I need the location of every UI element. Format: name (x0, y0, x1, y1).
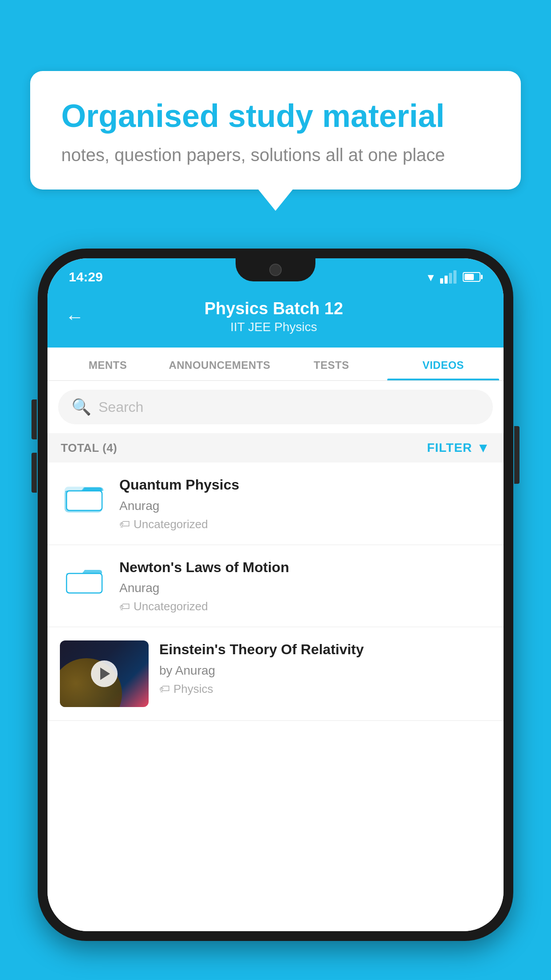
video-tag-1: 🏷 Uncategorized (119, 518, 491, 531)
video-title-3: Einstein's Theory Of Relativity (159, 640, 491, 659)
tab-tests[interactable]: TESTS (276, 348, 387, 380)
power-button (514, 426, 520, 484)
filter-button[interactable]: FILTER ▼ (427, 440, 490, 455)
play-button-3[interactable] (91, 660, 118, 687)
video-author-3: by Anurag (159, 664, 491, 678)
tag-icon-3: 🏷 (159, 683, 170, 695)
video-author-1: Anurag (119, 499, 491, 513)
search-bar[interactable]: 🔍 Search (58, 390, 493, 424)
tag-icon-2: 🏷 (119, 601, 130, 613)
tab-ments[interactable]: MENTS (52, 348, 164, 380)
search-icon: 🔍 (71, 398, 91, 416)
svg-rect-2 (67, 491, 102, 510)
total-count: TOTAL (4) (61, 441, 117, 455)
volume-up-button (31, 399, 37, 439)
tab-videos[interactable]: VIDEOS (387, 348, 499, 380)
signal-icon (440, 270, 457, 284)
status-time: 14:29 (69, 269, 103, 285)
status-icons: ▾ (428, 270, 480, 285)
list-item[interactable]: Einstein's Theory Of Relativity by Anura… (47, 627, 504, 721)
header-title: Physics Batch 12 (94, 299, 453, 318)
tag-text-3: Physics (173, 682, 213, 696)
tab-announcements[interactable]: ANNOUNCEMENTS (164, 348, 276, 380)
video-info-2: Newton's Laws of Motion Anurag 🏷 Uncateg… (119, 558, 491, 614)
wifi-icon: ▾ (428, 270, 434, 285)
notch (236, 258, 315, 281)
svg-rect-3 (67, 573, 102, 593)
speech-bubble: Organised study material notes, question… (30, 71, 521, 190)
phone-outer: 14:29 ▾ ← Phys (38, 249, 513, 941)
list-item[interactable]: Newton's Laws of Motion Anurag 🏷 Uncateg… (47, 545, 504, 628)
search-container: 🔍 Search (47, 381, 504, 433)
video-info-3: Einstein's Theory Of Relativity by Anura… (159, 640, 491, 696)
phone-wrapper: 14:29 ▾ ← Phys (38, 249, 513, 980)
phone-screen: 14:29 ▾ ← Phys (47, 258, 504, 931)
app-header: ← Physics Batch 12 IIT JEE Physics (47, 290, 504, 348)
video-info-1: Quantum Physics Anurag 🏷 Uncategorized (119, 476, 491, 531)
volume-down-button (31, 453, 37, 493)
tag-icon-1: 🏷 (119, 518, 130, 530)
camera-dot (269, 264, 282, 276)
video-tag-2: 🏷 Uncategorized (119, 600, 491, 613)
battery-icon (463, 272, 480, 282)
filter-label: FILTER (427, 441, 472, 455)
video-title-1: Quantum Physics (119, 476, 491, 494)
header-title-area: Physics Batch 12 IIT JEE Physics (94, 299, 453, 334)
play-triangle-icon (100, 668, 110, 680)
header-subtitle: IIT JEE Physics (94, 320, 453, 334)
list-item[interactable]: Quantum Physics Anurag 🏷 Uncategorized (47, 462, 504, 545)
video-thumbnail-3 (60, 640, 149, 707)
video-tag-3: 🏷 Physics (159, 682, 491, 696)
bubble-subtitle: notes, question papers, solutions all at… (61, 145, 490, 165)
search-input[interactable]: Search (98, 399, 143, 415)
bubble-title: Organised study material (61, 98, 490, 134)
tabs-bar: MENTS ANNOUNCEMENTS TESTS VIDEOS (47, 348, 504, 381)
video-list: Quantum Physics Anurag 🏷 Uncategorized (47, 462, 504, 931)
folder-icon-2 (60, 558, 109, 597)
folder-icon-1 (60, 476, 109, 514)
video-title-2: Newton's Laws of Motion (119, 558, 491, 577)
back-button[interactable]: ← (65, 306, 84, 328)
filter-bar: TOTAL (4) FILTER ▼ (47, 433, 504, 462)
video-author-2: Anurag (119, 581, 491, 595)
tag-text-2: Uncategorized (134, 600, 208, 613)
filter-icon: ▼ (476, 440, 490, 455)
tag-text-1: Uncategorized (134, 518, 208, 531)
